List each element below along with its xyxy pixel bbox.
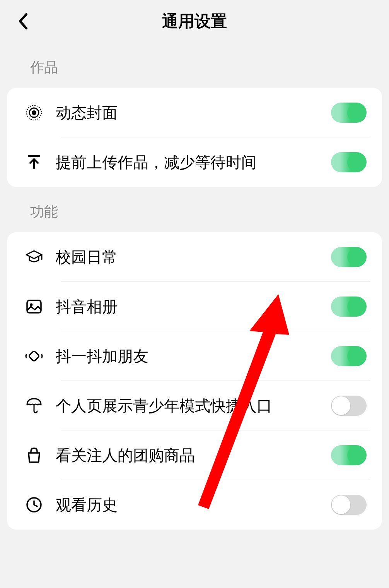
settings-row-dynamic-cover: 动态封面 — [7, 88, 382, 137]
section-label-features: 功能 — [0, 187, 389, 232]
row-label: 观看历史 — [56, 494, 331, 516]
svg-rect-8 — [29, 351, 39, 362]
header: 通用设置 — [0, 0, 389, 43]
settings-group-features: 校园日常 抖音相册 抖一抖加朋友 — [7, 232, 382, 530]
settings-row-album: 抖音相册 — [7, 282, 382, 331]
page-title: 通用设置 — [162, 10, 227, 32]
svg-point-0 — [32, 110, 36, 115]
target-icon — [25, 103, 43, 122]
toggle-history[interactable] — [331, 495, 367, 515]
settings-row-group-buy: 看关注人的团购商品 — [7, 430, 382, 480]
back-button[interactable] — [15, 14, 31, 29]
row-label: 动态封面 — [56, 102, 331, 123]
row-label: 个人页展示青少年模式快捷入口 — [56, 395, 331, 417]
row-label: 抖音相册 — [56, 296, 331, 317]
settings-row-teen-mode: 个人页展示青少年模式快捷入口 — [7, 381, 382, 430]
row-label: 校园日常 — [56, 247, 331, 268]
settings-row-preupload: 提前上传作品，减少等待时间 — [7, 137, 382, 187]
settings-row-shake: 抖一抖加朋友 — [7, 331, 382, 381]
settings-group-works: 动态封面 提前上传作品，减少等待时间 — [7, 88, 382, 187]
upload-icon — [25, 153, 43, 171]
back-chevron-icon — [18, 13, 29, 30]
row-label: 抖一抖加朋友 — [56, 346, 331, 367]
graduation-cap-icon — [25, 248, 43, 266]
clock-icon — [25, 495, 43, 514]
toggle-shake[interactable] — [331, 346, 367, 366]
row-label: 看关注人的团购商品 — [56, 445, 331, 466]
toggle-preupload[interactable] — [331, 152, 367, 172]
svg-point-7 — [30, 303, 33, 306]
bag-icon — [25, 446, 43, 465]
row-label: 提前上传作品，减少等待时间 — [56, 152, 331, 173]
umbrella-icon — [25, 396, 43, 415]
section-label-works: 作品 — [0, 43, 389, 88]
toggle-album[interactable] — [331, 297, 367, 317]
photo-icon — [25, 297, 43, 316]
toggle-group-buy[interactable] — [331, 445, 367, 465]
shake-icon — [25, 347, 43, 365]
toggle-campus[interactable] — [331, 247, 367, 267]
toggle-dynamic-cover[interactable] — [331, 103, 367, 123]
svg-rect-6 — [27, 300, 41, 313]
settings-row-history: 观看历史 — [7, 480, 382, 530]
settings-row-campus: 校园日常 — [7, 232, 382, 282]
toggle-teen-mode[interactable] — [331, 396, 367, 416]
